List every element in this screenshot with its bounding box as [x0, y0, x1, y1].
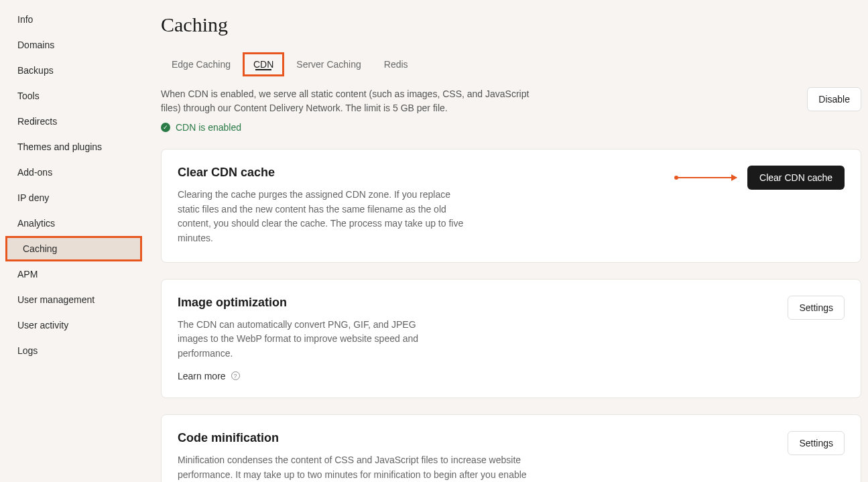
- learn-more-link[interactable]: Learn more ?: [178, 371, 774, 381]
- main-content: Caching Edge Caching CDN Server Caching …: [147, 0, 868, 482]
- sidebar-item-redirects[interactable]: Redirects: [0, 109, 147, 134]
- clear-cdn-cache-button[interactable]: Clear CDN cache: [747, 166, 845, 190]
- sidebar-item-label: Themes and plugins: [17, 141, 102, 152]
- arrow-annotation-icon: [676, 177, 737, 178]
- sidebar-item-tools[interactable]: Tools: [0, 83, 147, 109]
- tab-label: Edge Caching: [172, 59, 231, 70]
- sidebar: Info Domains Backups Tools Redirects The…: [0, 0, 147, 482]
- sidebar-item-apm[interactable]: APM: [0, 261, 147, 287]
- sidebar-item-useractivity[interactable]: User activity: [0, 312, 147, 338]
- sidebar-item-label: Info: [17, 14, 33, 25]
- card-title: Clear CDN cache: [178, 166, 663, 180]
- tab-label: Server Caching: [296, 59, 361, 70]
- sidebar-item-usermgmt[interactable]: User management: [0, 287, 147, 312]
- check-icon: ✓: [161, 123, 170, 132]
- card-action: Clear CDN cache: [676, 166, 845, 190]
- sidebar-item-label: User activity: [17, 320, 68, 330]
- sidebar-item-label: User management: [17, 294, 95, 305]
- sidebar-item-info[interactable]: Info: [0, 7, 147, 32]
- sidebar-item-label: Caching: [23, 243, 57, 254]
- sidebar-item-analytics[interactable]: Analytics: [0, 210, 147, 236]
- card-code-minification: Code minification Minification condenses…: [161, 414, 861, 482]
- sidebar-item-label: Tools: [17, 91, 40, 101]
- sidebar-item-addons[interactable]: Add-ons: [0, 160, 147, 185]
- sidebar-item-ipdeny[interactable]: IP deny: [0, 185, 147, 210]
- card-title: Image optimization: [178, 296, 774, 310]
- info-icon: ?: [231, 371, 240, 380]
- tab-redis[interactable]: Redis: [373, 52, 419, 76]
- sidebar-item-label: Add-ons: [17, 167, 52, 178]
- card-desc: Clearing the cache purges the assigned C…: [178, 188, 466, 246]
- cdn-status: ✓ CDN is enabled: [161, 122, 536, 133]
- sidebar-item-label: Backups: [17, 65, 54, 76]
- sidebar-item-logs[interactable]: Logs: [0, 338, 147, 363]
- card-desc: Minification condenses the content of CS…: [178, 453, 533, 482]
- card-image-optimization: Image optimization The CDN can automatic…: [161, 279, 861, 398]
- intro-row: When CDN is enabled, we serve all static…: [161, 87, 861, 133]
- tabs: Edge Caching CDN Server Caching Redis: [161, 52, 861, 76]
- sidebar-item-backups[interactable]: Backups: [0, 58, 147, 83]
- card-desc: The CDN can automatically convert PNG, G…: [178, 318, 439, 361]
- sidebar-item-caching[interactable]: Caching: [5, 236, 142, 261]
- card-action: Settings: [788, 431, 845, 455]
- tab-cdn[interactable]: CDN: [243, 52, 284, 76]
- sidebar-item-label: IP deny: [17, 192, 49, 203]
- card-action: Settings: [788, 296, 845, 320]
- card-clear-cache: Clear CDN cache Clearing the cache purge…: [161, 149, 861, 263]
- tab-edge-caching[interactable]: Edge Caching: [161, 52, 241, 76]
- status-text: CDN is enabled: [176, 122, 241, 133]
- sidebar-item-label: APM: [17, 269, 38, 280]
- sidebar-item-label: Redirects: [17, 116, 57, 127]
- page-title: Caching: [161, 13, 861, 36]
- image-settings-button[interactable]: Settings: [788, 296, 845, 320]
- card-title: Code minification: [178, 431, 774, 445]
- minify-settings-button[interactable]: Settings: [788, 431, 845, 455]
- sidebar-item-label: Analytics: [17, 218, 55, 229]
- learn-more-label: Learn more: [178, 371, 226, 381]
- sidebar-item-label: Logs: [17, 345, 38, 356]
- tab-label: Redis: [384, 59, 408, 70]
- tab-label: CDN: [253, 59, 273, 70]
- tab-server-caching[interactable]: Server Caching: [286, 52, 372, 76]
- sidebar-item-themes[interactable]: Themes and plugins: [0, 134, 147, 160]
- disable-button[interactable]: Disable: [807, 87, 861, 111]
- sidebar-item-label: Domains: [17, 40, 54, 50]
- intro-text: When CDN is enabled, we serve all static…: [161, 87, 536, 115]
- sidebar-item-domains[interactable]: Domains: [0, 32, 147, 58]
